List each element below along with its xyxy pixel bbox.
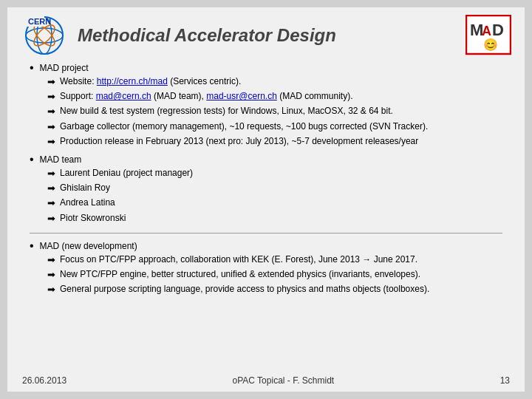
- footer-page: 13: [500, 375, 510, 386]
- slide: CERN Methodical Accelerator Design M A D…: [7, 7, 525, 392]
- general-text: General purpose scripting language, prov…: [60, 283, 429, 296]
- mad-team-label: MAD team: [40, 154, 82, 165]
- build-text: New build & test system (regression test…: [60, 105, 393, 117]
- focus-text: Focus on PTC/FPP approach, collaboration…: [60, 253, 417, 266]
- mad-logo: M A D 😊: [466, 15, 510, 55]
- arrow-icon: ➡: [47, 167, 55, 180]
- engine-text: New PTC/FPP engine, better structured, u…: [60, 268, 420, 281]
- list-item: ➡ Andrea Latina: [47, 197, 502, 210]
- list-item: ➡ Laurent Deniau (project manager): [47, 167, 502, 180]
- content: • MAD project ➡ Website: http://cern.ch/…: [22, 63, 510, 296]
- mad-dev-label: MAD (new development): [40, 241, 137, 251]
- list-item: ➡ New build & test system (regression te…: [47, 105, 502, 118]
- list-item: ➡ Garbage collector (memory management),…: [47, 120, 502, 134]
- arrow-icon: ➡: [47, 105, 55, 118]
- support-text: Support: mad@cern.ch (MAD team), mad-usr…: [60, 90, 353, 103]
- garbage-text: Garbage collector (memory management), ~…: [60, 120, 428, 133]
- list-item: ➡ New PTC/FPP engine, better structured,…: [47, 268, 502, 282]
- list-item: ➡ Focus on PTC/FPP approach, collaborati…: [47, 253, 502, 267]
- person4-text: Piotr Skowronski: [60, 212, 126, 225]
- mad-project-label: MAD project: [40, 63, 89, 73]
- mad-team-section: • MAD team ➡ Laurent Deniau (project man…: [30, 154, 502, 225]
- mad-dev-section: • MAD (new development) ➡ Focus on PTC/F…: [30, 241, 502, 297]
- mad-email-link[interactable]: mad@cern.ch: [96, 91, 151, 101]
- header: CERN Methodical Accelerator Design M A D…: [22, 15, 510, 55]
- footer-conference: oPAC Topical - F. Schmidt: [233, 375, 335, 386]
- mad-project-section: • MAD project ➡ Website: http://cern.ch/…: [30, 63, 502, 149]
- list-item: ➡ Support: mad@cern.ch (MAD team), mad-u…: [47, 90, 502, 103]
- person1-text: Laurent Deniau (project manager): [60, 167, 193, 180]
- svg-point-1: [26, 28, 63, 43]
- mad-dev-subitems: ➡ Focus on PTC/FPP approach, collaborati…: [47, 253, 502, 297]
- slide-title: Methodical Accelerator Design: [78, 25, 466, 46]
- arrow-icon: ➡: [47, 253, 55, 267]
- production-text: Production release in February 2013 (nex…: [60, 135, 418, 148]
- svg-text:D: D: [492, 21, 504, 39]
- mad-dev-bullet: • MAD (new development): [30, 241, 502, 252]
- person2-text: Ghislain Roy: [60, 182, 110, 194]
- arrow-icon: ➡: [47, 268, 55, 282]
- footer: 26.06.2013 oPAC Topical - F. Schmidt 13: [22, 375, 510, 386]
- arrow-icon: ➡: [47, 90, 55, 103]
- list-item: ➡ Piotr Skowronski: [47, 212, 502, 225]
- list-item: ➡ Ghislain Roy: [47, 182, 502, 195]
- arrow-icon: ➡: [47, 283, 55, 296]
- bullet-dot: •: [30, 62, 34, 74]
- arrow-icon: ➡: [47, 135, 55, 149]
- website-link[interactable]: http://cern.ch/mad: [97, 76, 168, 86]
- svg-text:A: A: [482, 24, 491, 38]
- mad-project-bullet: • MAD project: [30, 63, 502, 74]
- list-item: ➡ General purpose scripting language, pr…: [47, 283, 502, 296]
- person3-text: Andrea Latina: [60, 197, 115, 209]
- section-divider: [30, 233, 502, 233]
- arrow-icon: ➡: [47, 197, 55, 210]
- arrow-icon: ➡: [47, 120, 55, 134]
- arrow-icon: ➡: [47, 212, 55, 225]
- list-item: ➡ Production release in February 2013 (n…: [47, 135, 502, 149]
- mad-usr-email-link[interactable]: mad-usr@cern.ch: [206, 91, 277, 101]
- arrow-icon: ➡: [47, 182, 55, 195]
- mad-team-bullet: • MAD team: [30, 154, 502, 166]
- cern-logo: CERN: [22, 15, 66, 55]
- svg-text:CERN: CERN: [28, 17, 51, 26]
- bullet-dot: •: [30, 154, 34, 166]
- website-text: Website: http://cern.ch/mad (Services ce…: [60, 75, 241, 88]
- mad-team-subitems: ➡ Laurent Deniau (project manager) ➡ Ghi…: [47, 167, 502, 225]
- list-item: ➡ Website: http://cern.ch/mad (Services …: [47, 75, 502, 89]
- bullet-dot: •: [30, 240, 34, 252]
- footer-date: 26.06.2013: [22, 375, 66, 386]
- arrow-icon: ➡: [47, 75, 55, 89]
- mad-project-subitems: ➡ Website: http://cern.ch/mad (Services …: [47, 75, 502, 149]
- svg-text:😊: 😊: [483, 38, 498, 52]
